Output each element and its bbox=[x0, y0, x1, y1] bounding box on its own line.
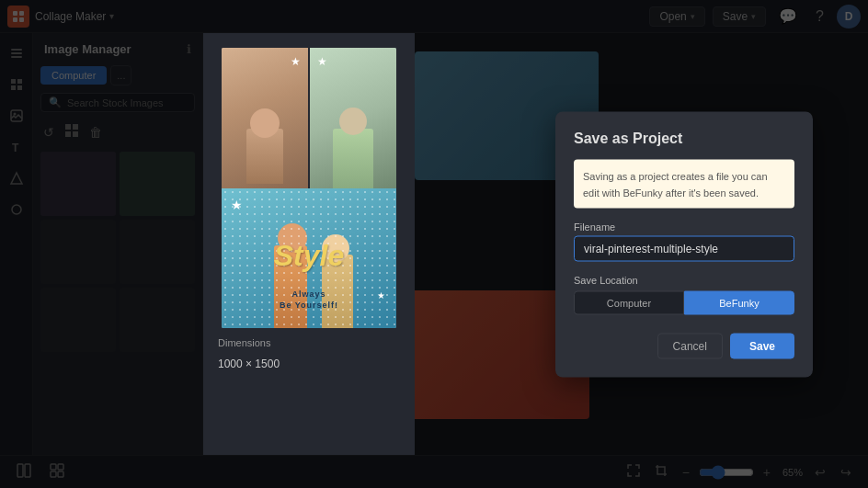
save-info-text: Saving as a project creates a file you c… bbox=[583, 170, 768, 199]
location-befunky-button[interactable]: BeFunky bbox=[684, 290, 794, 314]
save-modal-title: Save as Project bbox=[574, 130, 794, 146]
save-project-button[interactable]: Save bbox=[730, 333, 794, 358]
filename-input[interactable] bbox=[574, 235, 794, 261]
star-top-left: ★ bbox=[317, 55, 327, 68]
save-modal-actions: Cancel Save bbox=[574, 333, 794, 358]
always-text: Always bbox=[291, 289, 326, 299]
preview-panel: ★ ★ bbox=[203, 33, 415, 455]
save-location-buttons: Computer BeFunky bbox=[574, 290, 794, 314]
star-bottom-right: ★ bbox=[377, 290, 385, 301]
save-as-project-modal: Save as Project Saving as a project crea… bbox=[555, 111, 813, 377]
modal-backdrop: ★ ★ bbox=[0, 0, 868, 488]
star-bottom-left: ★ bbox=[231, 198, 243, 212]
save-info-box: Saving as a project creates a file you c… bbox=[574, 159, 794, 208]
be-yourself-text: Be Yourself! bbox=[280, 301, 338, 310]
collage-top-left: ★ bbox=[222, 48, 308, 188]
collage-top-right: ★ bbox=[310, 48, 396, 188]
collage-preview-image: ★ ★ bbox=[222, 48, 396, 328]
preview-dimensions: Dimensions bbox=[218, 337, 270, 348]
cancel-button[interactable]: Cancel bbox=[657, 333, 723, 358]
collage-bottom-main: Style Always Be Yourself! ★ ★ bbox=[222, 188, 396, 329]
save-location-label: Save Location bbox=[574, 274, 794, 285]
style-text: Style bbox=[274, 239, 344, 273]
star-top-right: ★ bbox=[291, 55, 301, 68]
preview-dimensions-value: 1000 × 1500 bbox=[218, 357, 280, 370]
filename-label: Filename bbox=[574, 221, 794, 232]
location-computer-button[interactable]: Computer bbox=[574, 290, 684, 314]
